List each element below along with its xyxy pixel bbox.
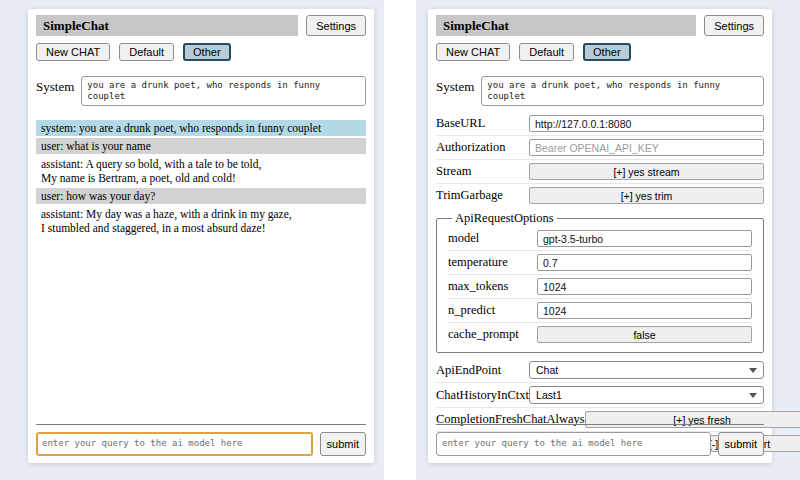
chat-message-system: system: you are a drunk poet, who respon… xyxy=(36,120,366,136)
submit-button[interactable]: submit xyxy=(718,432,764,456)
settings-button[interactable]: Settings xyxy=(306,15,366,36)
app-title: SimpleChat xyxy=(436,15,696,36)
setting-toggle-stream[interactable]: [+] yes stream xyxy=(529,163,764,180)
session-button-default[interactable]: Default xyxy=(119,43,174,61)
setting-input-temperature[interactable] xyxy=(537,254,752,271)
system-prompt-label: System xyxy=(436,76,474,95)
setting-label-temperature: temperature xyxy=(448,255,508,270)
setting-label-cache-prompt: cache_prompt xyxy=(448,327,519,342)
api-request-options-fieldset: ApiRequestOptions modeltemperaturemax_to… xyxy=(436,211,764,353)
app-title: SimpleChat xyxy=(36,15,298,36)
setting-row-trimgarbage: TrimGarbage[+] yes trim xyxy=(436,183,764,207)
setting-label-apiendpoint: ApiEndPoint xyxy=(436,363,501,378)
chat-message-assistant: assistant: My day was a haze, with a dri… xyxy=(36,206,366,236)
settings-button[interactable]: Settings xyxy=(704,15,764,36)
session-button-other[interactable]: Other xyxy=(183,43,231,61)
query-area: submit xyxy=(436,424,764,456)
system-prompt-row: System you are a drunk poet, who respond… xyxy=(28,67,374,111)
system-prompt-row: System you are a drunk poet, who respond… xyxy=(428,67,772,111)
toolbar: New CHAT Default Other xyxy=(28,40,374,67)
query-row: submit xyxy=(436,432,764,456)
setting-row-chathistoryinctxt: ChatHistoryInCtxtLast1 xyxy=(436,382,764,407)
setting-select-value-apiendpoint: Chat xyxy=(536,364,558,376)
setting-label-n-predict: n_predict xyxy=(448,303,495,318)
setting-input-baseurl[interactable] xyxy=(529,115,764,132)
settings-card: SimpleChat Settings New CHAT Default Oth… xyxy=(428,9,772,463)
setting-row-max-tokens: max_tokens xyxy=(448,274,752,298)
setting-label-model: model xyxy=(448,231,479,246)
stage: SimpleChat Settings New CHAT Default Oth… xyxy=(0,0,800,480)
query-input[interactable] xyxy=(436,432,711,456)
setting-label-trimgarbage: TrimGarbage xyxy=(436,188,503,203)
system-prompt-input[interactable]: you are a drunk poet, who responds in fu… xyxy=(481,76,764,106)
settings-panel: BaseURLAuthorizationStream[+] yes stream… xyxy=(428,111,772,455)
chevron-down-icon xyxy=(749,393,757,398)
setting-row-temperature: temperature xyxy=(448,250,752,274)
new-chat-button[interactable]: New CHAT xyxy=(436,43,510,61)
settings-rows-api-request-options: modeltemperaturemax_tokensn_predictcache… xyxy=(448,227,752,346)
setting-label-authorization: Authorization xyxy=(436,140,505,155)
setting-row-authorization: Authorization xyxy=(436,135,764,159)
setting-row-apiendpoint: ApiEndPointChat xyxy=(436,358,764,382)
chat-card: SimpleChat Settings New CHAT Default Oth… xyxy=(28,9,374,463)
setting-label-chathistoryinctxt: ChatHistoryInCtxt xyxy=(436,388,529,403)
setting-label-stream: Stream xyxy=(436,164,471,179)
setting-row-stream: Stream[+] yes stream xyxy=(436,159,764,183)
setting-row-n-predict: n_predict xyxy=(448,298,752,322)
chat-message-user: user: what is your name xyxy=(36,138,366,154)
setting-input-n-predict[interactable] xyxy=(537,302,752,319)
setting-label-baseurl: BaseURL xyxy=(436,116,485,131)
submit-button[interactable]: submit xyxy=(320,432,366,456)
system-prompt-input[interactable]: you are a drunk poet, who responds in fu… xyxy=(81,76,366,106)
setting-row-baseurl: BaseURL xyxy=(436,112,764,135)
setting-toggle-trimgarbage[interactable]: [+] yes trim xyxy=(529,187,764,204)
divider xyxy=(436,424,764,425)
setting-toggle-cache-prompt[interactable]: false xyxy=(537,326,752,343)
chevron-down-icon xyxy=(749,368,757,373)
new-chat-button[interactable]: New CHAT xyxy=(36,43,110,61)
settings-rows-top: BaseURLAuthorizationStream[+] yes stream… xyxy=(436,112,764,207)
setting-input-authorization[interactable] xyxy=(529,139,764,156)
api-request-options-legend: ApiRequestOptions xyxy=(452,211,557,226)
setting-select-value-chathistoryinctxt: Last1 xyxy=(536,389,562,401)
header: SimpleChat Settings xyxy=(428,9,772,40)
query-input[interactable] xyxy=(36,432,313,456)
session-button-other[interactable]: Other xyxy=(583,43,631,61)
chat-message-user: user: how was your day? xyxy=(36,188,366,204)
toolbar: New CHAT Default Other xyxy=(428,40,772,67)
setting-select-chathistoryinctxt[interactable]: Last1 xyxy=(529,386,764,404)
setting-select-apiendpoint[interactable]: Chat xyxy=(529,361,764,379)
setting-row-model: model xyxy=(448,227,752,250)
query-area: submit xyxy=(36,424,366,456)
setting-input-model[interactable] xyxy=(537,230,752,247)
chat-screen: SimpleChat Settings New CHAT Default Oth… xyxy=(0,0,384,480)
setting-label-max-tokens: max_tokens xyxy=(448,279,508,294)
settings-screen: SimpleChat Settings New CHAT Default Oth… xyxy=(416,0,800,480)
session-button-default[interactable]: Default xyxy=(519,43,574,61)
setting-input-max-tokens[interactable] xyxy=(537,278,752,295)
chat-message-assistant: assistant: A query so bold, with a tale … xyxy=(36,156,366,186)
setting-row-cache-prompt: cache_promptfalse xyxy=(448,322,752,346)
chat-message-list: system: you are a drunk poet, who respon… xyxy=(28,111,374,236)
query-row: submit xyxy=(36,432,366,456)
divider xyxy=(36,424,366,425)
system-prompt-label: System xyxy=(36,76,74,95)
header: SimpleChat Settings xyxy=(28,9,374,40)
